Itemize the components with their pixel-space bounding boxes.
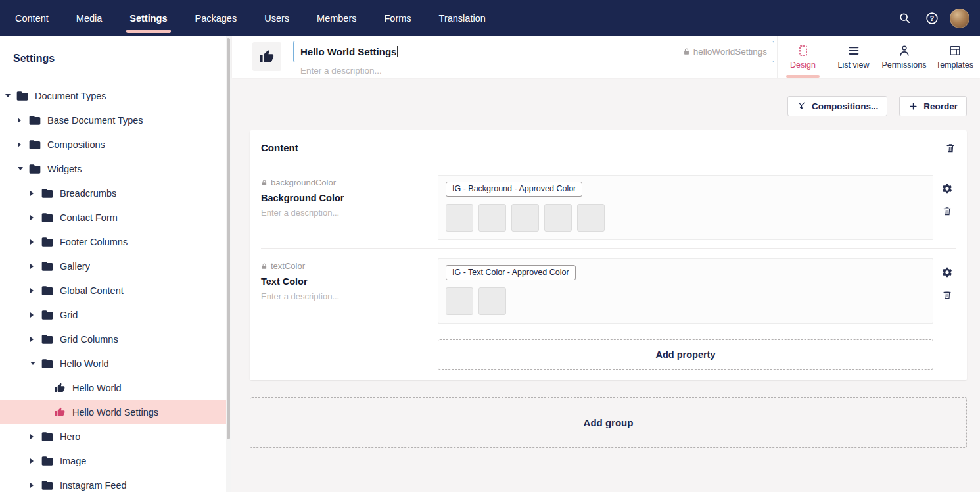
- tab-templates[interactable]: Templates: [929, 36, 980, 78]
- editor-name-chip[interactable]: IG - Text Color - Approved Color: [446, 265, 576, 280]
- nav-item-users[interactable]: Users: [250, 0, 303, 36]
- property-editor: IG - Text Color - Approved Color: [438, 258, 933, 324]
- add-group-button[interactable]: Add group: [250, 397, 967, 448]
- caret-right-icon[interactable]: [30, 239, 41, 245]
- name-value: Hello World Settings: [300, 46, 396, 57]
- color-swatch[interactable]: [446, 204, 473, 232]
- tab-permissions[interactable]: Permissions: [879, 36, 929, 78]
- group-title[interactable]: Content: [261, 142, 298, 153]
- caret-right-icon[interactable]: [30, 337, 41, 342]
- property-alias[interactable]: textColor: [261, 261, 429, 271]
- tree-item-contact-form[interactable]: Contact Form: [0, 205, 231, 230]
- caret-right-icon[interactable]: [30, 191, 41, 196]
- tree-item-base-document-types[interactable]: Base Document Types: [0, 108, 231, 132]
- alias-badge[interactable]: helloWorldSettings: [683, 47, 767, 57]
- color-swatch[interactable]: [511, 204, 539, 232]
- property-editor-preview[interactable]: IG - Background - Approved Color: [438, 175, 933, 240]
- group-content: Content backgroundColor Background Color…: [250, 130, 967, 380]
- nav-item-content[interactable]: Content: [1, 0, 62, 36]
- property-settings-button[interactable]: [941, 266, 953, 278]
- color-swatch[interactable]: [478, 204, 506, 232]
- property-settings-button[interactable]: [941, 183, 953, 195]
- tree-item-breadcrumbs[interactable]: Breadcrumbs: [0, 181, 231, 205]
- folder-icon: [41, 211, 54, 224]
- caret-right-icon[interactable]: [30, 312, 41, 318]
- search-icon[interactable]: [891, 0, 918, 36]
- permissions-person-icon: [898, 44, 911, 57]
- tree-item-grid[interactable]: Grid: [0, 303, 231, 327]
- tree-item-hello-world-folder[interactable]: Hello World: [0, 351, 231, 376]
- spacer: [933, 339, 956, 370]
- color-swatch[interactable]: [577, 204, 605, 232]
- tree-item-instagram-feed[interactable]: Instagram Feed: [0, 473, 231, 492]
- property-label[interactable]: Background Color: [261, 193, 429, 203]
- tree-item-compositions[interactable]: Compositions: [0, 132, 231, 157]
- caret-right-icon[interactable]: [30, 434, 41, 439]
- help-icon[interactable]: [918, 0, 946, 36]
- nav-item-members[interactable]: Members: [303, 0, 370, 36]
- property-meta: backgroundColor Background Color Enter a…: [261, 175, 429, 240]
- caret-right-icon[interactable]: [18, 118, 28, 123]
- reorder-button[interactable]: Reorder: [899, 96, 967, 116]
- tree-item-label: Hero: [60, 431, 80, 442]
- tree-item-grid-columns[interactable]: Grid Columns: [0, 327, 231, 351]
- top-nav: Content Media Settings Packages Users Me…: [0, 0, 980, 36]
- property-description-input[interactable]: Enter a description...: [261, 291, 429, 301]
- tree-item-hello-world[interactable]: Hello World: [0, 376, 231, 400]
- compositions-button[interactable]: Compositions...: [787, 96, 887, 116]
- property-text-color: textColor Text Color Enter a description…: [261, 248, 956, 332]
- document-type-icon-picker[interactable]: [252, 42, 281, 71]
- tree-item-image[interactable]: Image: [0, 449, 231, 473]
- caret-right-icon[interactable]: [30, 215, 41, 220]
- nav-item-forms[interactable]: Forms: [371, 0, 425, 36]
- add-property-button[interactable]: Add property: [438, 339, 933, 370]
- document-type-editor: Hello World Settings helloWorldSettings …: [232, 36, 980, 492]
- caret-down-icon[interactable]: [5, 94, 16, 97]
- tree-item-widgets[interactable]: Widgets: [0, 157, 231, 181]
- name-input[interactable]: Hello World Settings helloWorldSettings: [293, 41, 774, 62]
- description-input[interactable]: Enter a description...: [293, 66, 774, 76]
- tree-item-hello-world-settings[interactable]: Hello World Settings: [0, 400, 231, 424]
- caret-right-icon[interactable]: [30, 458, 41, 464]
- property-alias[interactable]: backgroundColor: [261, 178, 429, 187]
- nav-item-translation[interactable]: Translation: [425, 0, 500, 36]
- tree-item-label: Footer Columns: [60, 237, 128, 247]
- caret-down-icon[interactable]: [30, 362, 41, 365]
- tree-item-footer-columns[interactable]: Footer Columns: [0, 230, 231, 254]
- tree-item-global-content[interactable]: Global Content: [0, 278, 231, 303]
- nav-item-media[interactable]: Media: [62, 0, 116, 36]
- property-description-input[interactable]: Enter a description...: [261, 208, 429, 218]
- caret-down-icon[interactable]: [18, 167, 28, 170]
- color-swatch[interactable]: [478, 287, 506, 315]
- nav-item-packages[interactable]: Packages: [181, 0, 251, 36]
- property-label[interactable]: Text Color: [261, 276, 429, 287]
- tab-list-view[interactable]: List view: [828, 36, 879, 78]
- caret-right-icon[interactable]: [18, 142, 28, 147]
- delete-property-button[interactable]: [942, 206, 952, 216]
- delete-property-button[interactable]: [942, 289, 952, 300]
- color-swatch[interactable]: [544, 204, 572, 232]
- sidebar-scrollbar[interactable]: [226, 36, 231, 492]
- caret-right-icon[interactable]: [30, 483, 41, 488]
- user-avatar[interactable]: [950, 9, 969, 28]
- editor-subviews: Design List view Permissions Templates: [777, 36, 980, 78]
- tree-item-label: Compositions: [47, 139, 105, 150]
- caret-right-icon[interactable]: [30, 288, 41, 293]
- thumbs-up-icon: [55, 383, 65, 393]
- tree-item-gallery[interactable]: Gallery: [0, 254, 231, 278]
- tree-item-document-types[interactable]: Document Types: [0, 84, 231, 108]
- tree-item-label: Hello World: [72, 383, 122, 393]
- folder-icon: [41, 333, 54, 346]
- delete-group-button[interactable]: [945, 143, 956, 153]
- templates-layout-icon: [948, 44, 962, 57]
- color-swatch[interactable]: [446, 287, 473, 315]
- caret-right-icon[interactable]: [30, 264, 41, 269]
- color-swatch-row: [446, 204, 925, 232]
- nav-item-settings[interactable]: Settings: [116, 0, 181, 36]
- property-editor-preview[interactable]: IG - Text Color - Approved Color: [438, 258, 933, 324]
- tree-item-hero[interactable]: Hero: [0, 424, 231, 449]
- tab-design[interactable]: Design: [778, 36, 828, 78]
- editor-name-chip[interactable]: IG - Background - Approved Color: [446, 182, 582, 197]
- lock-icon: [261, 180, 268, 186]
- sidebar-scrollbar-thumb[interactable]: [227, 38, 230, 439]
